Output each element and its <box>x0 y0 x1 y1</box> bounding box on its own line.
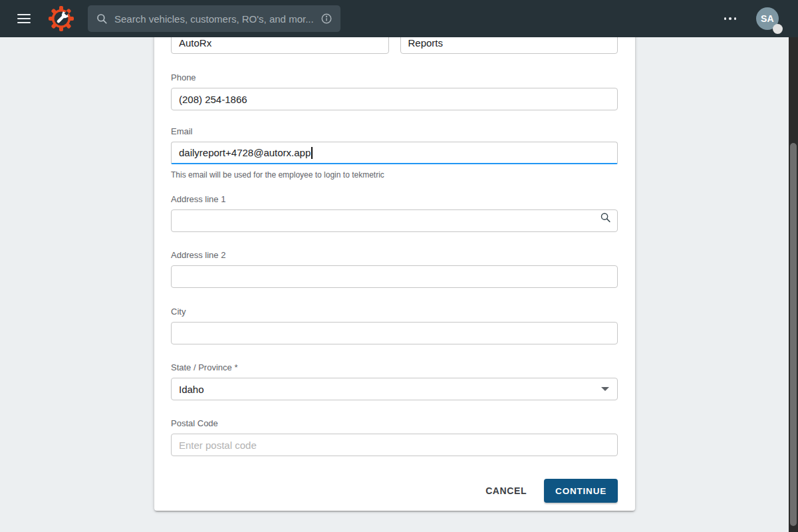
continue-button[interactable]: CONTINUE <box>544 479 618 503</box>
address-search-icon[interactable] <box>600 212 611 223</box>
state-select[interactable]: Idaho <box>171 378 618 400</box>
phone-label: Phone <box>171 72 618 82</box>
address1-label: Address line 1 <box>171 194 618 204</box>
scrollbar-track[interactable] <box>789 37 798 532</box>
overflow-menu-icon[interactable] <box>723 13 738 24</box>
postal-field[interactable] <box>171 434 618 456</box>
postal-label: Postal Code <box>171 418 618 428</box>
app-bar: Search vehicles, customers, RO's, and mo… <box>0 0 798 37</box>
address1-wrap <box>171 209 618 232</box>
state-label: State / Province * <box>171 362 618 372</box>
avatar-initials: SA <box>761 13 774 24</box>
cancel-button[interactable]: CANCEL <box>480 479 532 502</box>
avatar[interactable]: SA <box>756 7 779 30</box>
text-cursor <box>311 147 313 159</box>
address2-field[interactable] <box>171 265 618 288</box>
email-label: Email <box>171 126 618 136</box>
info-icon[interactable] <box>321 13 332 25</box>
search-icon <box>96 13 108 25</box>
chevron-down-icon <box>601 387 609 391</box>
app-logo-icon[interactable] <box>48 5 74 32</box>
form-actions: CANCEL CONTINUE <box>171 479 618 503</box>
city-field[interactable] <box>171 322 618 344</box>
hamburger-menu-icon[interactable] <box>12 7 36 31</box>
state-selected-value: Idaho <box>179 384 204 395</box>
email-helper-text: This email will be used for the employee… <box>171 170 618 180</box>
city-label: City <box>171 307 618 317</box>
phone-field[interactable] <box>171 88 618 110</box>
scrollbar-thumb[interactable] <box>790 143 797 526</box>
search-input[interactable]: Search vehicles, customers, RO's, and mo… <box>114 13 315 25</box>
address2-label: Address line 2 <box>171 250 618 260</box>
address1-field[interactable] <box>171 209 618 232</box>
email-field[interactable]: dailyreport+4728@autorx.app <box>171 142 618 164</box>
avatar-status-badge <box>773 24 783 34</box>
email-value: dailyreport+4728@autorx.app <box>179 147 311 158</box>
employee-form-card: Phone Email dailyreport+4728@autorx.app … <box>154 20 635 511</box>
global-search[interactable]: Search vehicles, customers, RO's, and mo… <box>88 5 340 32</box>
